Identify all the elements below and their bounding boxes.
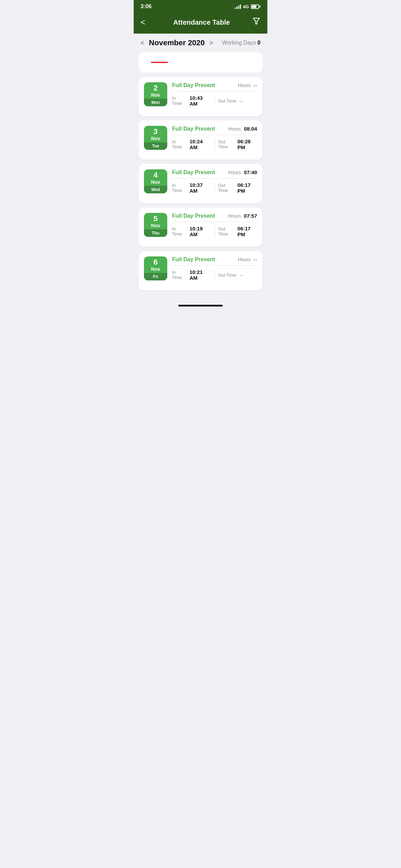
month-label: Nov (151, 135, 160, 142)
weekday-label: Thu (144, 229, 167, 237)
time-divider (215, 270, 215, 280)
back-button[interactable]: < (141, 17, 151, 27)
month-label: Nov (151, 266, 160, 272)
day-number: 2 (151, 84, 160, 92)
in-time-label: In Time (172, 183, 186, 193)
attendance-card: 3 Nov Tue Full Day Present Hours 08:04 (138, 120, 263, 160)
attendance-status: Full Day Present (172, 213, 215, 219)
in-time-label: In Time (172, 96, 186, 106)
divider (172, 91, 257, 92)
hours-display: Hours 08:04 (228, 126, 257, 132)
time-divider (215, 139, 215, 149)
weekday-label: Fri (144, 273, 167, 280)
in-time-value: 10:21 AM (190, 269, 211, 281)
date-badge: 3 Nov Tue (144, 126, 167, 150)
hours-display: Hours 07:57 (228, 213, 257, 219)
time-divider (215, 183, 215, 193)
date-badge: 6 Nov Fri (144, 256, 167, 280)
working-days-value: 0 (257, 40, 260, 46)
month-year-label: November 2020 (149, 38, 205, 47)
out-time-section: Out Time 06:17 PM (218, 226, 257, 237)
out-time-label: Out Time (218, 273, 236, 278)
in-time-label: In Time (172, 226, 186, 237)
attendance-card: 5 Nov Thu Full Day Present Hours 07:57 (138, 207, 263, 247)
day-number: 5 (151, 215, 160, 222)
attendance-list: 2 Nov Mon Full Day Present Hours -- (134, 52, 267, 301)
time-divider (215, 226, 215, 237)
out-time-section: Out Time 06:17 PM (218, 182, 257, 194)
attendance-card: 4 Nov Wed Full Day Present Hours 07:40 (138, 164, 263, 203)
out-time-section: Out Time -- (218, 272, 257, 278)
home-bar (178, 305, 223, 306)
divider (172, 135, 257, 135)
in-time-value: 10:43 AM (190, 95, 211, 107)
next-month-button[interactable]: > (209, 39, 213, 47)
month-label: Nov (151, 92, 160, 98)
divider (172, 265, 257, 266)
status-time: 3:06 (141, 3, 151, 10)
in-time-section: In Time 10:19 AM (172, 226, 211, 237)
attendance-card: 2 Nov Mon Full Day Present Hours -- (138, 77, 263, 116)
date-badge: 4 Nov Wed (144, 169, 167, 193)
weekday-label: Mon (144, 99, 167, 106)
date-badge: 5 Nov Thu (144, 213, 167, 237)
battery-icon (251, 4, 260, 9)
in-time-section: In Time 10:37 AM (172, 182, 211, 194)
svg-marker-0 (253, 18, 259, 24)
time-divider (215, 96, 215, 106)
attendance-status: Full Day Present (172, 169, 215, 176)
attendance-status: Full Day Present (172, 256, 215, 263)
attendance-card: 6 Nov Fri Full Day Present Hours -- (138, 251, 263, 290)
partial-card (138, 52, 263, 73)
day-number: 3 (151, 128, 160, 135)
in-time-section: In Time 10:43 AM (172, 95, 211, 107)
month-label: Nov (151, 179, 160, 185)
attendance-status: Full Day Present (172, 126, 215, 132)
out-time-section: Out Time 06:28 PM (218, 138, 257, 150)
cards-container: 2 Nov Mon Full Day Present Hours -- (138, 77, 263, 290)
day-number: 6 (151, 258, 160, 266)
prev-month-button[interactable]: < (141, 39, 144, 47)
header: < Attendance Table (134, 12, 267, 34)
divider (172, 222, 257, 222)
date-badge: 2 Nov Mon (144, 82, 167, 106)
filter-icon (252, 17, 260, 25)
filter-button[interactable] (252, 17, 260, 27)
working-days: Working Days 0 (222, 40, 260, 46)
in-time-value: 10:19 AM (190, 226, 211, 237)
in-time-section: In Time 10:24 AM (172, 138, 211, 150)
in-time-label: In Time (172, 270, 186, 280)
signal-icon (235, 4, 241, 9)
out-time-section: Out Time -- (218, 98, 257, 104)
home-indicator (134, 301, 267, 309)
attendance-status: Full Day Present (172, 82, 215, 88)
hours-display: Hours 07:40 (228, 169, 257, 176)
out-time-label: Out Time (218, 98, 236, 104)
weekday-label: Tue (144, 142, 167, 150)
hours-display: Hours -- (238, 82, 257, 88)
out-time-label: Out Time (218, 183, 234, 193)
in-time-section: In Time 10:21 AM (172, 269, 211, 281)
in-time-value: 10:37 AM (190, 182, 211, 194)
month-label: Nov (151, 222, 160, 229)
hours-display: Hours -- (238, 256, 257, 263)
out-time-label: Out Time (218, 139, 234, 149)
status-bar: 3:06 4G (134, 0, 267, 12)
page-title: Attendance Table (151, 19, 252, 26)
in-time-label: In Time (172, 139, 186, 149)
status-icons: 4G (235, 4, 260, 9)
day-number: 4 (151, 171, 160, 179)
month-navigation: < November 2020 > Working Days 0 (134, 34, 267, 52)
weekday-label: Wed (144, 186, 167, 193)
network-label: 4G (243, 4, 249, 9)
divider (172, 178, 257, 179)
out-time-label: Out Time (218, 226, 234, 237)
partial-indicator (151, 62, 168, 63)
in-time-value: 10:24 AM (190, 138, 211, 150)
